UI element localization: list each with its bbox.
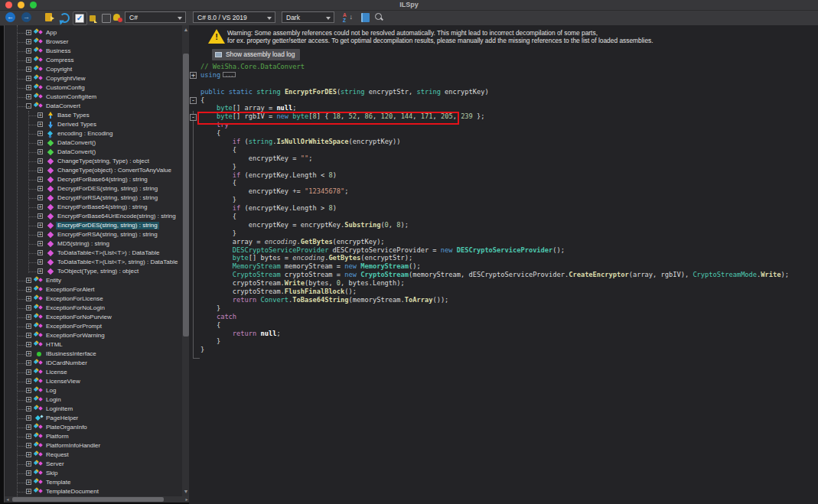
tree-item-label[interactable]: Platform [44,433,70,441]
tree-item[interactable]: +HTML [5,340,181,350]
tree-item[interactable]: +PlatformInfoHandler [5,441,181,450]
expander-icon[interactable]: + [37,131,43,136]
tree-item-label[interactable]: ChangeType(object) : ConvertToAnyValue [56,167,173,174]
tree-item[interactable]: +EncryptForBase64UrlEncode(string) : str… [5,212,181,221]
tree-item-label[interactable]: ExceptionForAlert [44,286,96,294]
tree-item[interactable]: +ToDataTable<T>(List<T>, string) : DataT… [5,258,181,267]
tree-item-label[interactable]: Entity [44,277,63,285]
expander-icon[interactable]: + [37,213,43,219]
expander-icon[interactable]: + [26,30,31,35]
tree-item-label[interactable]: Business [44,47,72,55]
tree-item[interactable]: +Browser [5,37,181,47]
expander-icon[interactable]: + [26,434,31,439]
tree-item[interactable]: +LoginItem [5,405,181,414]
fold-marker-icon[interactable]: - [190,114,197,121]
expander-icon[interactable]: + [37,177,43,182]
tree-item[interactable]: +ToDataTable<T>(List<T>) : DataTable [5,249,181,258]
tree-item[interactable]: +ChangeType(object) : ConvertToAnyValue [5,166,181,175]
tree-item[interactable]: +Entity [5,276,181,285]
tree-item[interactable]: +ExceptionForNoPurview [5,313,181,322]
tree-item-label[interactable]: EncryptForBase64(string) : string [56,203,148,211]
expander-icon[interactable]: + [26,57,31,63]
tree-item[interactable]: +IBusinessInterface [5,350,181,359]
tree-item-label[interactable]: ChangeType(string, Type) : object [56,158,151,165]
expander-icon[interactable]: + [37,241,43,246]
tree-item[interactable]: +LicenseView [5,377,181,386]
tree-item[interactable]: +PageHelper [5,414,181,423]
scroll-left-icon[interactable]: ◂ [5,496,11,502]
expander-icon[interactable]: + [26,85,31,90]
tree-item-label[interactable]: CustomConfig [44,84,86,92]
tree-item-label[interactable]: ToDataTable<T>(List<T>, string) : DataTa… [56,259,179,266]
tree-item-label[interactable]: PlateOrganInfo [44,424,89,431]
tree-item-label[interactable]: EncryptForDES(string, string) : string [56,222,159,229]
tree-item[interactable]: +Login [5,395,181,405]
tree-item[interactable]: +TemplateDocument [5,487,181,496]
tree-item-label[interactable]: IBusinessInterface [44,350,98,358]
tree-item-label[interactable]: App [44,29,58,37]
expander-icon[interactable]: + [26,452,31,457]
expander-icon[interactable]: + [37,158,43,164]
sort-assemblies-button[interactable]: AZ↓ [343,12,354,23]
tree-item-label[interactable]: ExceptionForPrompt [44,323,103,330]
tree-item-label[interactable]: PageHelper [44,415,80,422]
expander-icon[interactable]: + [26,443,31,448]
theme-select[interactable]: Dark [282,11,334,23]
tree-item[interactable]: +EncryptForDES(string, string) : string [5,221,181,230]
tree-item[interactable]: +Platform [5,432,181,441]
expander-icon[interactable]: + [26,379,31,384]
search-button[interactable] [374,12,385,23]
tree-item[interactable]: +DecryptForDES(string, string) : string [5,184,181,193]
tree-item[interactable]: +CustomConfigItem [5,93,181,102]
expander-icon[interactable]: + [37,250,43,255]
tree-item-label[interactable]: Base Types [56,112,91,119]
expander-icon[interactable]: + [26,470,31,476]
scrollbar-thumb[interactable] [12,497,164,502]
tree-item[interactable]: +Skip [5,469,181,478]
tree-item[interactable]: +ExceptionForAlert [5,285,181,294]
tree-item[interactable]: +ExceptionForWarning [5,331,181,340]
tree-item[interactable]: +PlateOrganInfo [5,423,181,432]
expander-icon[interactable]: + [37,195,43,200]
tree-item[interactable]: +DecryptForRSA(string, string) : string [5,193,181,203]
expander-icon[interactable]: + [37,223,43,228]
tree-item-label[interactable]: IDCardNumber [44,359,89,367]
expander-icon[interactable]: + [26,296,31,301]
tree-item[interactable]: +ExceptionForLicense [5,294,181,304]
tree-item[interactable]: +MD5(string) : string [5,239,181,249]
scrollbar-thumb[interactable] [183,54,189,337]
tree-item[interactable]: +ExceptionForPrompt [5,322,181,331]
tree-item-label[interactable]: ExceptionForNoLogin [44,304,106,312]
tree-item-label[interactable]: ToDataTable<T>(List<T>) : DataTable [56,249,161,257]
expander-icon[interactable]: + [26,76,31,81]
tree-item[interactable]: +License [5,368,181,377]
tree-item-label[interactable]: Compress [44,57,75,64]
tree-item-label[interactable]: LoginItem [44,405,74,413]
tree-item-label[interactable]: CustomConfigItem [44,93,98,101]
expander-icon[interactable]: + [37,122,43,127]
open-file-button[interactable] [44,12,55,23]
show-assembly-load-log-button[interactable]: Show assembly load log [212,49,300,60]
tree-item[interactable]: +DataConvert() [5,138,181,148]
tree-item[interactable]: +Derived Types [5,120,181,129]
expander-icon[interactable]: + [37,259,43,265]
tree-item[interactable]: +EncryptForBase64(string) : string [5,203,181,212]
tree-item-label[interactable]: DecryptForRSA(string, string) : string [56,194,159,202]
expander-icon[interactable]: + [26,388,31,393]
tree-item[interactable]: +encoding : Encoding [5,129,181,138]
tree-item-label[interactable]: Copyright [44,66,73,73]
tree-item-label[interactable]: HTML [44,341,64,349]
tree-item-label[interactable]: Server [44,460,66,468]
tree-item-label[interactable]: Log [44,387,57,395]
expander-icon[interactable]: + [37,232,43,237]
tree-item-label[interactable]: Request [44,451,70,459]
tree-item-label[interactable]: MD5(string) : string [56,240,111,248]
expander-icon[interactable]: + [37,186,43,191]
expander-icon[interactable]: + [26,278,31,283]
expander-icon[interactable]: + [26,305,31,311]
tree-item[interactable]: +ChangeType(string, Type) : object [5,157,181,166]
expander-icon[interactable]: + [26,314,31,320]
tree-item[interactable]: +Base Types [5,111,181,120]
expander-icon[interactable]: + [26,461,31,467]
expander-icon[interactable]: + [26,406,31,411]
